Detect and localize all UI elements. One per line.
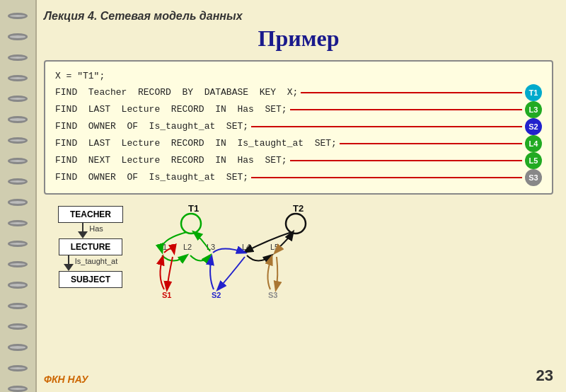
code-text-4: FIND OWNER OF Is_taught_at SET; — [55, 119, 248, 134]
badge-t1: T1 — [525, 84, 542, 101]
hierarchy-diagram: TEACHER Has LECTURE — [58, 206, 123, 288]
page-title: Пример — [44, 25, 553, 52]
badge-s3: S3 — [525, 169, 542, 186]
spiral-ring — [8, 33, 28, 40]
spiral-ring — [8, 13, 28, 19]
code-line-5: FIND LAST Lecture RECORD IN Is_taught_at… — [55, 135, 542, 152]
arrow-down-istaught — [64, 264, 74, 271]
spiral-ring — [8, 241, 28, 247]
code-text-1: X = "T1"; — [55, 69, 105, 84]
svg-point-4 — [181, 214, 201, 234]
svg-point-10 — [286, 214, 306, 234]
code-text-5: FIND LAST Lecture RECORD IN Is_taught_at… — [55, 136, 337, 151]
spiral-ring — [8, 96, 28, 102]
arrow-line-2 — [301, 92, 522, 93]
network-svg: T1 T2 L1 L2 L3 L4 L5 — [137, 199, 378, 319]
code-line-2: FIND Teacher RECORD BY DATABASE KEY X; T… — [55, 84, 542, 101]
spiral-ring — [8, 386, 28, 392]
code-text-2: FIND Teacher RECORD BY DATABASE KEY X; — [55, 85, 298, 100]
main-content: Лекция 4. Сетевая модель данных Пример X… — [37, 0, 566, 392]
svg-text:T2: T2 — [293, 203, 304, 214]
spiral-ring — [8, 178, 28, 185]
badge-l3: L3 — [525, 101, 542, 118]
spiral-ring — [8, 282, 28, 288]
vline-is-taught — [68, 255, 69, 264]
subject-box: SUBJECT — [59, 271, 122, 288]
spiral-ring — [8, 75, 28, 81]
code-line-6: FIND NEXT Lecture RECORD IN Has SET; L5 — [55, 152, 542, 169]
code-text-7: FIND OWNER OF Is_taught_at SET; — [55, 170, 248, 185]
code-block: X = "T1"; FIND Teacher RECORD BY DATABAS… — [44, 60, 553, 195]
spiral-ring — [8, 261, 28, 267]
arrow-line-7 — [251, 177, 522, 178]
badge-l4: L4 — [525, 135, 542, 152]
spiral-ring — [8, 344, 28, 350]
code-text-3: FIND LAST Lecture RECORD IN Has SET; — [55, 102, 287, 117]
arrow-down-has — [78, 231, 88, 238]
spiral-ring — [8, 116, 28, 122]
bottom-section: TEACHER Has LECTURE — [44, 206, 553, 319]
code-line-1: X = "T1"; — [55, 69, 542, 84]
lecture-box: LECTURE — [59, 238, 123, 255]
is-taught-at-label: Is_taught_at — [75, 257, 118, 265]
arrow-line-3 — [290, 109, 522, 110]
arrow-line-6 — [290, 160, 522, 161]
spiral-ring — [8, 303, 28, 309]
spiral-ring — [8, 158, 28, 164]
spiral-ring — [8, 365, 28, 371]
svg-text:S2: S2 — [212, 291, 221, 299]
spiral-ring — [8, 220, 28, 226]
code-line-3: FIND LAST Lecture RECORD IN Has SET; L3 — [55, 101, 542, 118]
teacher-box: TEACHER — [58, 206, 123, 223]
svg-marker-0 — [78, 231, 88, 238]
spiral-binding — [0, 0, 37, 392]
code-text-6: FIND NEXT Lecture RECORD IN Has SET; — [55, 153, 287, 168]
vline-has — [82, 223, 83, 231]
arrow-line-5 — [340, 143, 522, 144]
network-diagram: T1 T2 L1 L2 L3 L4 L5 — [137, 199, 553, 319]
code-line-4: FIND OWNER OF Is_taught_at SET; S2 — [55, 118, 542, 135]
notebook: Лекция 4. Сетевая модель данных Пример X… — [0, 0, 566, 392]
has-label: Has — [89, 224, 103, 233]
spiral-ring — [8, 199, 28, 205]
badge-s2: S2 — [525, 118, 542, 135]
spiral-ring — [8, 137, 28, 144]
lecture-subtitle: Лекция 4. Сетевая модель данных — [44, 10, 553, 23]
svg-text:S3: S3 — [268, 291, 277, 299]
footer-label: ФКН НАУ — [44, 374, 88, 385]
code-line-7: FIND OWNER OF Is_taught_at SET; S3 — [55, 169, 542, 186]
svg-marker-1 — [64, 264, 74, 271]
svg-text:T1: T1 — [188, 203, 199, 214]
svg-text:S1: S1 — [162, 291, 171, 299]
spiral-ring — [8, 54, 28, 61]
spiral-ring — [8, 323, 28, 330]
svg-text:L2: L2 — [183, 243, 192, 251]
arrow-line-4 — [251, 126, 522, 127]
page-number: 23 — [536, 367, 553, 385]
badge-l5: L5 — [525, 152, 542, 169]
